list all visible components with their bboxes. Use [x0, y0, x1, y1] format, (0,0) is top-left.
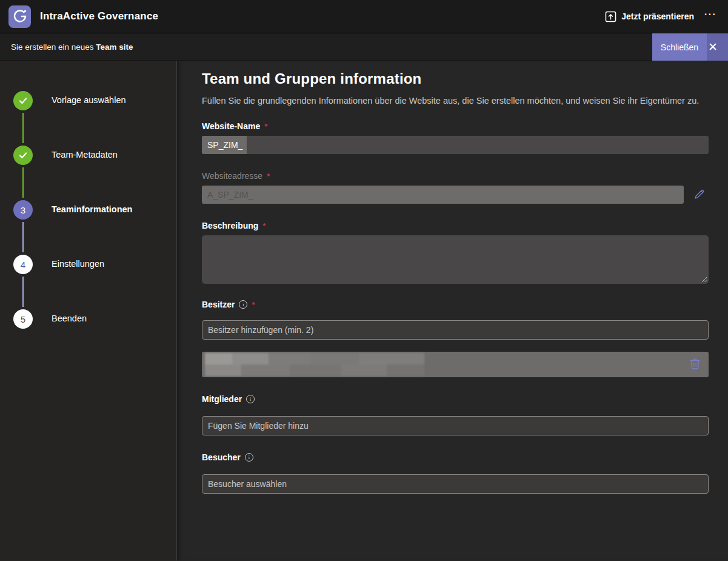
step-beenden[interactable]: 5 Beenden: [0, 309, 176, 364]
owners-picker-input[interactable]: [202, 320, 709, 340]
wizard-stepper-sidebar: Vorlage auswählen Team-Metadaten 3 Teami…: [0, 61, 177, 560]
required-marker: *: [262, 221, 265, 230]
step1-label: Vorlage auswählen: [52, 95, 126, 105]
step-team-metadaten[interactable]: Team-Metadaten: [0, 146, 176, 200]
description-textarea[interactable]: [202, 235, 709, 284]
banner-message-prefix: Sie erstellen ein neues: [11, 42, 96, 52]
owner-name-redacted: [205, 353, 424, 376]
description-label: Beschreibung *: [202, 221, 709, 230]
close-x-icon[interactable]: ✕: [707, 33, 728, 61]
pencil-icon: [693, 188, 706, 200]
step-teaminformationen[interactable]: 3 Teaminformationen: [0, 200, 176, 255]
app-logo: [8, 5, 31, 28]
step-connector: [22, 167, 24, 198]
info-icon[interactable]: i: [246, 395, 255, 403]
step5-circle: 5: [13, 309, 33, 329]
app-title: IntraActive Governance: [40, 10, 158, 22]
step-connector: [22, 222, 24, 252]
creation-banner: Sie erstellen ein neues Team site Schlie…: [0, 33, 728, 61]
more-options-icon[interactable]: ⋯: [703, 11, 720, 22]
visitors-picker-input[interactable]: [202, 474, 709, 494]
step-einstellungen[interactable]: 4 Einstellungen: [0, 255, 176, 309]
step3-current-circle: 3: [13, 200, 33, 220]
selected-owner-row: [202, 352, 709, 377]
website-name-label: Website-Name *: [202, 121, 709, 131]
edit-address-button[interactable]: [692, 187, 707, 203]
members-label: Mitglieder i: [202, 394, 709, 404]
info-icon[interactable]: i: [245, 453, 253, 462]
present-now-button[interactable]: Jetzt präsentieren: [605, 11, 694, 22]
step-vorlage-auswaehlen[interactable]: Vorlage auswählen: [0, 91, 176, 146]
step1-done-circle: [13, 91, 33, 110]
owners-label: Besitzer i *: [202, 300, 709, 309]
step2-done-circle: [13, 146, 33, 165]
website-name-value: SP_ZIM_: [202, 136, 247, 154]
step4-circle: 4: [13, 255, 33, 274]
banner-message: Sie erstellen ein neues Team site: [11, 42, 133, 52]
page-description: Füllen Sie die grundlegenden Information…: [202, 96, 709, 106]
required-marker: *: [264, 122, 267, 131]
present-screen-icon: [605, 11, 616, 22]
step-connector: [22, 113, 24, 143]
form-panel: Team und Gruppen information Füllen Sie …: [177, 61, 728, 560]
required-marker: *: [267, 172, 270, 181]
step4-label: Einstellungen: [52, 259, 104, 269]
info-icon[interactable]: i: [239, 300, 247, 309]
required-marker: *: [252, 300, 255, 309]
visitors-label: Besucher i: [202, 452, 709, 462]
members-picker-input[interactable]: [202, 416, 709, 435]
page-title: Team und Gruppen information: [202, 70, 709, 87]
website-address-input: [202, 186, 684, 204]
step5-label: Beenden: [52, 314, 87, 323]
governance-logo-icon: [12, 8, 28, 24]
check-icon: [18, 96, 28, 106]
close-button[interactable]: Schließen: [652, 33, 707, 61]
step2-label: Team-Metadaten: [52, 150, 118, 160]
app-top-bar: IntraActive Governance Jetzt präsentiere…: [0, 0, 728, 33]
banner-site-type: Team site: [96, 42, 133, 52]
website-name-input[interactable]: SP_ZIM_: [202, 136, 709, 154]
website-address-label: Websiteadresse *: [202, 171, 709, 181]
present-now-label: Jetzt präsentieren: [621, 12, 694, 21]
resize-handle-icon[interactable]: [701, 276, 707, 283]
check-icon: [18, 150, 28, 160]
trash-icon: [690, 358, 700, 369]
step-connector: [22, 277, 24, 307]
remove-owner-button[interactable]: [689, 357, 701, 372]
step3-label: Teaminformationen: [52, 204, 132, 214]
